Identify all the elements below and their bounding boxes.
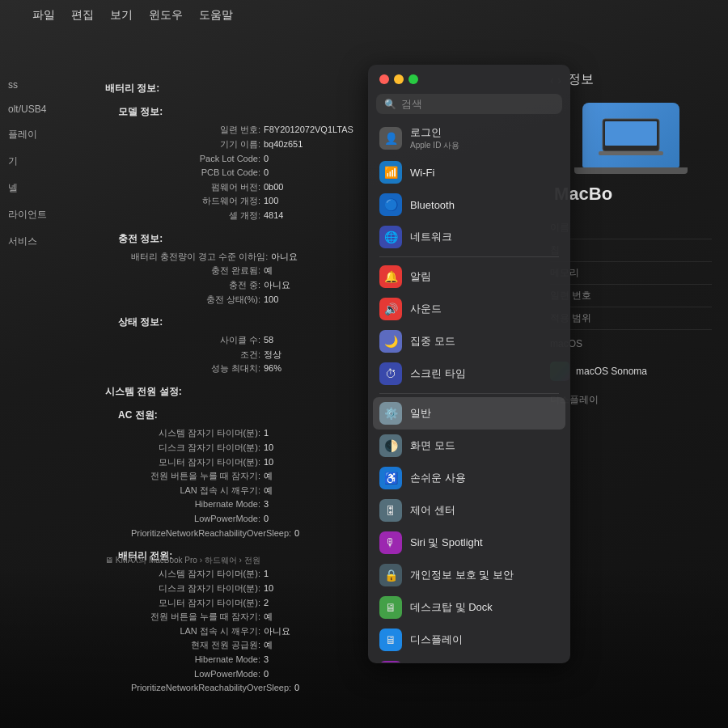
battery-info-title: 배터리 정보: [105, 81, 396, 96]
cycle-count-label: 사이클 수: [131, 333, 260, 348]
settings-item-displays[interactable]: 🖥 디스플레이 [373, 624, 565, 656]
bat-lowpower-row: LowPowerMode: 0 [105, 667, 396, 682]
bat-prioritize-row: PrioritizeNetworkReachabilityOverSleep: … [105, 681, 396, 696]
settings-icon-network: 🌐 [379, 226, 402, 248]
settings-label-desktop: 데스크탑 및 Dock [410, 600, 493, 615]
menu-item-file[interactable]: 파일 [32, 8, 55, 23]
divider-8 [379, 393, 559, 394]
settings-item-login[interactable]: 👤 로그인 Apple ID 사용 [373, 121, 565, 156]
bat-sys-sleep-value: 1 [264, 567, 269, 582]
bat-disk-sleep-row: 디스크 잠자기 타이머(분): 10 [105, 582, 396, 596]
minimize-button[interactable] [394, 74, 404, 84]
pack-lot-label: Pack Lot Code: [131, 152, 260, 167]
power-settings-title: 시스템 전원 설정: [105, 384, 396, 400]
search-bar[interactable]: 🔍 [376, 94, 562, 114]
about-row-scope: 적용 범위 [550, 307, 712, 330]
bat-supply-value: 예 [264, 638, 273, 653]
maximize-button[interactable] [408, 74, 418, 84]
ac-lowpower-label: LowPowerMode: [131, 512, 260, 527]
menu-item-window[interactable]: 윈도우 [149, 8, 183, 23]
ac-hibernate-label: Hibernate Mode: [131, 497, 260, 512]
ac-monitor-sleep-label: 모니터 잠자기 타이머(분): [131, 455, 260, 470]
settings-icon-screentime: ⏱ [379, 362, 402, 385]
bat-disk-sleep-value: 10 [264, 582, 273, 596]
settings-icon-focus: 🌙 [379, 330, 402, 353]
bat-hibernate-row: Hibernate Mode: 3 [105, 653, 396, 667]
settings-label-display-mode: 화면 모드 [410, 438, 455, 453]
pcb-lot-row: PCB Lot Code: 0 [105, 166, 396, 180]
hardware-row: 하드웨어 개정: 100 [105, 194, 396, 209]
max-capacity-value: 96% [264, 362, 281, 376]
settings-item-siri[interactable]: 🎙 Siri 및 Spotlight [373, 527, 565, 559]
bat-sys-sleep-label: 시스템 잠자기 타이머(분): [131, 567, 260, 582]
bat-monitor-sleep-label: 모니터 잠자기 타이머(분): [131, 596, 260, 611]
charge-warning-row: 배터리 충전량이 경고 수준 이하임: 아니요 [105, 250, 396, 265]
settings-icon-display-mode: 🌓 [379, 434, 402, 457]
hardware-value: 100 [264, 194, 278, 209]
settings-label-screentime: 스크린 타임 [410, 366, 466, 381]
settings-item-desktop[interactable]: 🖥 데스크탑 및 Dock [373, 591, 565, 624]
settings-label-wifi: Wi-Fi [410, 167, 434, 179]
settings-item-general[interactable]: ⚙️ 일반 [373, 397, 565, 430]
sidebar-partial-item-display: 플레이 [0, 121, 105, 148]
svg-rect-2 [599, 151, 663, 155]
bat-lan-label: LAN 접속 시 깨우기: [131, 624, 260, 639]
sidebar-partial-item-3: 기 [0, 148, 105, 175]
settings-label-siri: Siri 및 Spotlight [410, 535, 483, 550]
charge-complete-label: 충전 완료됨: [131, 264, 260, 278]
menu-bar: 파일 편집 보기 윈도우 도움말 [32, 8, 233, 23]
charge-warning-label: 배터리 충전량이 경고 수준 이하임: [131, 250, 268, 265]
menu-item-view[interactable]: 보기 [110, 8, 133, 23]
settings-item-accessibility[interactable]: ♿ 손쉬운 사용 [373, 462, 565, 494]
settings-icon-accessibility: ♿ [379, 467, 402, 489]
settings-item-wallpaper[interactable]: 🖼 배경화면 [373, 656, 565, 662]
bat-prioritize-label: PrioritizeNetworkReachabilityOverSleep: [131, 681, 291, 696]
about-row-serial: 일련 번호 [550, 285, 712, 307]
status-info-title: 상태 정보: [105, 315, 396, 330]
sidebar-partial-item-4: 넬 [0, 175, 105, 201]
settings-icon-bluetooth: 🔵 [379, 193, 402, 216]
settings-icon-sound: 🔊 [379, 298, 402, 320]
menu-item-edit[interactable]: 편집 [71, 8, 94, 23]
settings-item-wifi[interactable]: 📶 Wi-Fi [373, 156, 565, 188]
bat-lowpower-value: 0 [264, 667, 269, 682]
condition-value: 정상 [264, 348, 281, 362]
macos-section-label: macOS [550, 338, 712, 349]
settings-item-sound[interactable]: 🔊 사운드 [373, 293, 565, 325]
bat-hibernate-value: 3 [264, 653, 269, 667]
settings-icon-notifications: 🔔 [379, 265, 402, 288]
settings-item-control[interactable]: 🎛 제어 센터 [373, 494, 565, 527]
settings-item-network[interactable]: 🌐 네트워크 [373, 221, 565, 253]
settings-item-notifications[interactable]: 🔔 알림 [373, 260, 565, 293]
bat-supply-row: 현재 전원 공급원: 예 [105, 638, 396, 653]
settings-label-login: 로그인 Apple ID 사용 [410, 125, 459, 151]
charge-complete-value: 예 [264, 264, 273, 278]
settings-item-bluetooth[interactable]: 🔵 Bluetooth [373, 188, 565, 221]
close-button[interactable] [379, 74, 389, 84]
bat-hibernate-label: Hibernate Mode: [131, 653, 260, 667]
charging-value: 아니요 [264, 278, 290, 293]
search-input[interactable] [401, 98, 554, 110]
ac-hibernate-value: 3 [264, 497, 269, 512]
about-panel: ‹ › 정보 MacBo 이름 칩 메모리 일련 번호 적용 범위 [550, 65, 712, 407]
about-row-memory: 메모리 [550, 262, 712, 285]
ac-power-btn-row: 전원 버튼을 누를 때 잠자기: 예 [105, 469, 396, 484]
charge-complete-row: 충전 완료됨: 예 [105, 264, 396, 278]
settings-item-display-mode[interactable]: 🌓 화면 모드 [373, 430, 565, 462]
settings-item-screentime[interactable]: ⏱ 스크린 타임 [373, 358, 565, 390]
bat-power-btn-label: 전원 버튼을 누를 때 잠자기: [131, 610, 260, 624]
settings-label-focus: 집중 모드 [410, 334, 455, 349]
settings-item-privacy[interactable]: 🔒 개인정보 보호 및 보안 [373, 559, 565, 591]
settings-label-notifications: 알림 [410, 269, 431, 284]
bat-power-btn-row: 전원 버튼을 누를 때 잠자기: 예 [105, 610, 396, 624]
settings-label-sound: 사운드 [410, 302, 442, 316]
settings-item-focus[interactable]: 🌙 집중 모드 [373, 325, 565, 358]
settings-icon-siri: 🎙 [379, 531, 402, 554]
menu-item-help[interactable]: 도움말 [199, 8, 233, 23]
settings-label-network: 네트워크 [410, 230, 452, 244]
bat-prioritize-value: 0 [294, 681, 299, 696]
macbook-title: MacBo [550, 184, 712, 205]
cell-setting-label: 셀 개정: [131, 209, 260, 223]
cycle-count-value: 58 [264, 333, 273, 348]
serial-value: F8Y2012072VQ1LTAS [264, 123, 353, 138]
